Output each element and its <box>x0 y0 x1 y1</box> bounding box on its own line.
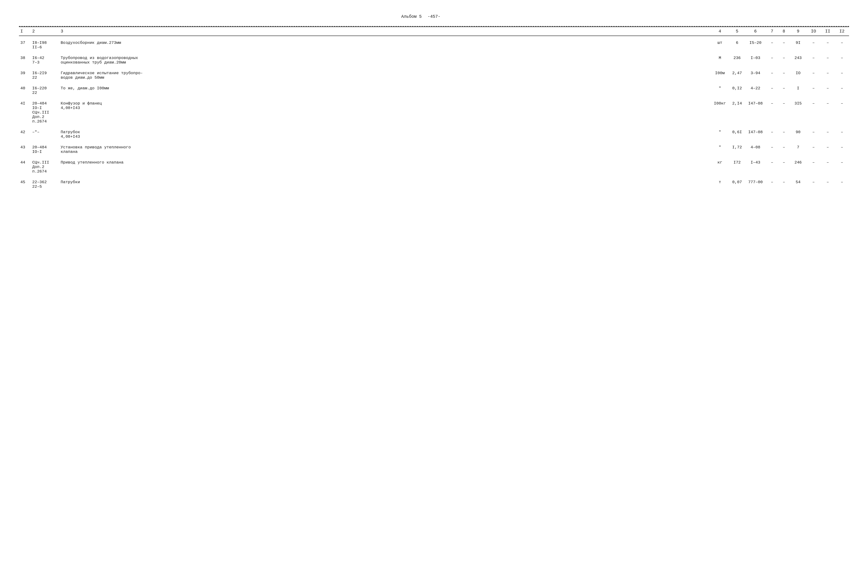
table-row: 39I6–2I922Гидравлическое испытание трубо… <box>19 69 849 81</box>
cell-8-description: Патрубки <box>59 179 710 190</box>
cell-7-col8: – <box>778 159 790 175</box>
cell-8-col8: – <box>778 179 790 190</box>
cell-2-col9: IO <box>790 69 806 81</box>
cell-5-col11: – <box>821 129 835 140</box>
cell-7-unit: кг <box>710 159 729 175</box>
cell-8-price: 777–00 <box>745 179 766 190</box>
cell-1-col12: – <box>835 54 849 66</box>
col-header-4: 4 <box>710 27 729 36</box>
cell-8-col10: – <box>806 179 821 190</box>
cell-5-col7: – <box>766 129 778 140</box>
cell-2-num: 39 <box>19 69 31 81</box>
cell-1-description: Трубопровод из водогазопроводныхоцинкова… <box>59 54 710 66</box>
cell-3-unit: " <box>710 84 729 96</box>
cell-0-description: Воздухосборник диам.273мм <box>59 39 710 51</box>
cell-1-price: I–03 <box>745 54 766 66</box>
cell-2-col11: – <box>821 69 835 81</box>
cell-2-qty: 2,47 <box>729 69 745 81</box>
cell-5-col12: – <box>835 129 849 140</box>
cell-1-col11: – <box>821 54 835 66</box>
col-header-8: 8 <box>778 27 790 36</box>
cell-4-qty: 2,I4 <box>729 100 745 125</box>
page-number: -457- <box>428 14 440 19</box>
cell-2-unit: I00м <box>710 69 729 81</box>
album-title: Альбом 5 <box>401 14 422 19</box>
cell-4-col10: – <box>806 100 821 125</box>
cell-6-description: Установка привода утепленногоклапана <box>59 143 710 155</box>
cell-4-col7: – <box>766 100 778 125</box>
cell-1-num: 38 <box>19 54 31 66</box>
cell-6-col9: 7 <box>790 143 806 155</box>
page-header: Альбом 5 -457- <box>19 14 849 19</box>
table-row: 42–"–Патрубок 4,08+I43"0,6II47–08––90––– <box>19 129 849 140</box>
cell-4-unit: I00кг <box>710 100 729 125</box>
cell-8-col12: – <box>835 179 849 190</box>
cell-8-col9: 54 <box>790 179 806 190</box>
cell-8-num: 45 <box>19 179 31 190</box>
cell-5-col8: – <box>778 129 790 140</box>
cell-1-unit: М <box>710 54 729 66</box>
cell-0-col7: – <box>766 39 778 51</box>
cell-8-col11: – <box>821 179 835 190</box>
cell-7-col10: – <box>806 159 821 175</box>
cell-4-num: 4I <box>19 100 31 125</box>
cell-8-col7: – <box>766 179 778 190</box>
cell-6-col8: – <box>778 143 790 155</box>
cell-3-col11: – <box>821 84 835 96</box>
cell-6-col7: – <box>766 143 778 155</box>
cell-6-col11: – <box>821 143 835 155</box>
cell-4-price: I47–08 <box>745 100 766 125</box>
table-row: 44СЦч.IIIДоп.2п.2674Привод утепленного к… <box>19 159 849 175</box>
table-row: 4522–36222–5Патрубкит0,07777–00––54––– <box>19 179 849 190</box>
cell-5-col10: – <box>806 129 821 140</box>
cell-5-col9: 90 <box>790 129 806 140</box>
cell-4-description: Конфузор и фланец 4,08+I43 <box>59 100 710 125</box>
cell-5-num: 42 <box>19 129 31 140</box>
col-header-3: 3 <box>59 27 710 36</box>
cell-2-col10: – <box>806 69 821 81</box>
cell-7-col11: – <box>821 159 835 175</box>
col-header-2: 2 <box>31 27 59 36</box>
cell-5-description: Патрубок 4,08+I43 <box>59 129 710 140</box>
cell-4-col11: – <box>821 100 835 125</box>
cell-2-code: I6–2I922 <box>31 69 59 81</box>
cell-4-col8: – <box>778 100 790 125</box>
main-table: I 2 3 4 5 6 7 8 9 IO II I2 37I8–I98II–6В… <box>19 27 849 190</box>
cell-6-col12: – <box>835 143 849 155</box>
cell-6-num: 43 <box>19 143 31 155</box>
cell-7-num: 44 <box>19 159 31 175</box>
cell-6-code: 20–484IO–I <box>31 143 59 155</box>
cell-0-col10: – <box>806 39 821 51</box>
table-row: 4I20–484IO–IСЦч.IIIДоп.2п.2674Конфузор и… <box>19 100 849 125</box>
col-header-12: I2 <box>835 27 849 36</box>
table-row: 4320–484IO–IУстановка привода утепленног… <box>19 143 849 155</box>
cell-6-price: 4–08 <box>745 143 766 155</box>
cell-4-col12: – <box>835 100 849 125</box>
cell-0-col8: – <box>778 39 790 51</box>
col-header-7: 7 <box>766 27 778 36</box>
cell-7-col9: 246 <box>790 159 806 175</box>
col-header-11: II <box>821 27 835 36</box>
cell-5-price: I47–08 <box>745 129 766 140</box>
col-header-6: 6 <box>745 27 766 36</box>
cell-4-col9: 3I5 <box>790 100 806 125</box>
cell-5-code: –"– <box>31 129 59 140</box>
cell-7-price: I–43 <box>745 159 766 175</box>
cell-3-col9: I <box>790 84 806 96</box>
cell-3-description: То же, диам.до I00мм <box>59 84 710 96</box>
cell-2-price: 3–94 <box>745 69 766 81</box>
cell-2-col8: – <box>778 69 790 81</box>
cell-7-qty: I72 <box>729 159 745 175</box>
table-row: 38I6–427–3Трубопровод из водогазопроводн… <box>19 54 849 66</box>
cell-2-col7: – <box>766 69 778 81</box>
cell-6-col10: – <box>806 143 821 155</box>
cell-8-unit: т <box>710 179 729 190</box>
cell-3-col8: – <box>778 84 790 96</box>
cell-4-code: 20–484IO–IСЦч.IIIДоп.2п.2674 <box>31 100 59 125</box>
cell-7-code: СЦч.IIIДоп.2п.2674 <box>31 159 59 175</box>
cell-3-num: 40 <box>19 84 31 96</box>
cell-5-unit: " <box>710 129 729 140</box>
cell-8-qty: 0,07 <box>729 179 745 190</box>
cell-1-col10: – <box>806 54 821 66</box>
cell-3-price: 4–22 <box>745 84 766 96</box>
